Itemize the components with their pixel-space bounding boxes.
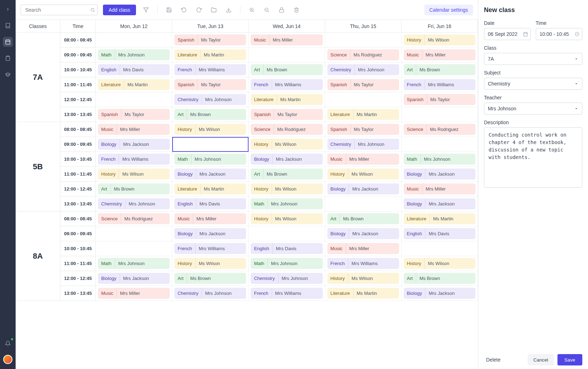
class-pill[interactable]: BiologyMrs Jackson [404,198,475,209]
class-pill[interactable]: FrenchMrs Williams [404,79,475,90]
schedule-slot[interactable]: HistoryMs Wilson [325,167,402,182]
schedule-slot[interactable]: FrenchMrs Williams [402,77,478,92]
schedule-slot[interactable]: LiteratureMs Martin [96,77,172,92]
schedule-slot[interactable]: MathMrs Johnson [402,152,478,167]
class-pill[interactable]: LiteratureMs Martin [174,49,246,60]
class-pill[interactable]: LiteratureMs Martin [327,288,399,299]
schedule-slot[interactable]: BiologyMrs Jackson [325,226,402,241]
schedule-slot[interactable]: ChemistryMrs Johnson [325,137,402,152]
schedule-slot[interactable]: HistoryMs Wilson [172,122,249,137]
lock-icon[interactable] [277,5,287,15]
expand-icon[interactable] [3,4,13,14]
schedule-slot[interactable]: EnglishMrs Davis [172,197,249,211]
class-pill[interactable]: ArtMs Brown [251,64,322,75]
schedule-slot[interactable]: SpanishMs Taylor [96,107,172,122]
schedule-slot[interactable]: ChemistryMrs Johnson [325,62,402,77]
schedule-slot[interactable]: MusicMrs Miller [325,152,402,167]
class-pill[interactable]: ArtMs Brown [174,109,246,120]
class-pill[interactable]: ChemistryMrs Johnson [174,94,246,105]
class-pill[interactable]: BiologyMrs Jackson [404,288,475,299]
schedule-slot[interactable] [325,92,402,107]
class-pill[interactable]: HistoryMs Wilson [98,169,170,180]
class-pill[interactable]: SpanishMs Taylor [251,109,322,120]
schedule-slot[interactable]: MusicMrs Miller [402,48,478,62]
class-pill[interactable]: ArtMs Brown [174,273,246,284]
class-pill[interactable]: ScienceMs Rodriguez [327,49,399,60]
delete-button[interactable]: Delete [484,354,502,365]
class-pill[interactable]: BiologyMrs Jackson [404,169,475,180]
class-pill[interactable]: LiteratureMs Martin [327,109,399,120]
schedule-slot[interactable]: ChemistryMrs Johnson [172,92,249,107]
download-icon[interactable] [224,5,234,15]
schedule-slot[interactable]: HistoryMs Wilson [325,271,402,286]
schedule-slot[interactable]: HistoryMs Wilson [249,182,325,197]
class-pill[interactable]: FrenchMrs Williams [251,288,322,299]
schedule-slot[interactable]: ChemistryMrs Johnson [172,286,249,301]
schedule-slot[interactable] [325,33,402,48]
schedule-slot[interactable]: MusicMrs Miller [249,33,325,48]
schedule-slot[interactable]: ArtMs Brown [325,211,402,226]
schedule-slot[interactable]: HistoryMs Wilson [172,256,249,271]
schedule-slot[interactable]: ChemistryMrs Johnson [249,271,325,286]
schedule-slot[interactable]: LiteratureMs Martin [172,182,249,197]
save-icon[interactable] [164,5,174,15]
class-pill[interactable]: EnglishMrs Davis [98,64,170,75]
schedule-slot[interactable] [249,48,325,62]
cancel-button[interactable]: Cancel [528,354,554,365]
schedule-slot[interactable]: BiologyMrs Jackson [402,286,478,301]
class-pill[interactable]: SpanishMs Taylor [327,124,399,135]
class-pill[interactable]: MusicMrs Miller [98,288,170,299]
class-pill[interactable]: FrenchMrs Williams [174,243,246,254]
schedule-slot[interactable]: HistoryMs Wilson [249,211,325,226]
schedule-slot[interactable]: SpanishMs Taylor [172,33,249,48]
class-pill[interactable]: BiologyMrs Jackson [174,228,246,239]
schedule-slot[interactable]: ArtMs Brown [249,62,325,77]
folder-icon[interactable] [209,5,219,15]
schedule-slot[interactable]: MusicMrs Miller [96,122,172,137]
schedule-slot[interactable]: FrenchMrs Williams [249,286,325,301]
schedule-slot[interactable]: BiologyMrs Jackson [172,167,249,182]
class-pill[interactable]: MusicMrs Miller [404,183,475,194]
avatar[interactable] [3,355,12,364]
schedule-slot[interactable]: BiologyMrs Jackson [96,271,172,286]
schedule-slot[interactable] [402,107,478,122]
class-pill[interactable]: HistoryMs Wilson [174,124,246,135]
class-pill[interactable]: HistoryMs Wilson [174,258,246,269]
class-pill[interactable]: ScienceMs Rodriguez [404,124,475,135]
schedule-slot[interactable]: BiologyMrs Jackson [325,182,402,197]
schedule-slot[interactable]: FrenchMrs Williams [172,241,249,256]
class-pill[interactable]: HistoryMs Wilson [251,139,322,150]
subject-select[interactable]: Chemistry [484,78,582,90]
filter-icon[interactable] [141,5,151,15]
schedule-slot[interactable]: ScienceMs Rodriguez [249,122,325,137]
class-pill[interactable]: ArtMs Brown [98,183,170,194]
schedule-slot[interactable]: MusicMrs Miller [96,286,172,301]
schedule-slot[interactable]: ScienceMs Rodriguez [96,211,172,226]
clipboard-icon[interactable] [3,53,13,63]
class-pill[interactable]: BiologyMrs Jackson [98,139,170,150]
class-pill[interactable]: SpanishMs Taylor [174,79,246,90]
cap-icon[interactable] [3,70,13,79]
schedule-slot[interactable]: SpanishMs Taylor [325,77,402,92]
schedule-slot[interactable] [172,137,249,152]
schedule-slot[interactable]: LiteratureMs Martin [325,107,402,122]
schedule-slot[interactable]: EnglishMrs Davis [249,241,325,256]
calendar-small-icon[interactable] [523,32,528,37]
class-pill[interactable]: HistoryMs Wilson [251,213,322,224]
schedule-slot[interactable] [325,197,402,211]
schedule-slot[interactable]: ScienceMs Rodriguez [325,48,402,62]
schedule-slot[interactable]: MathMrs Johnson [249,197,325,211]
class-pill[interactable]: BiologyMrs Jackson [98,273,170,284]
class-pill[interactable]: ArtMs Brown [404,64,475,75]
clock-icon[interactable] [575,32,579,37]
class-pill[interactable]: ChemistryMrs Johnson [174,288,246,299]
schedule-slot[interactable]: MusicMrs Miller [325,241,402,256]
class-pill[interactable]: SpanishMs Taylor [327,79,399,90]
teacher-select[interactable]: Mrs Johnson [484,103,582,115]
schedule-slot[interactable]: MathMrs Johnson [249,256,325,271]
schedule-slot[interactable]: LiteratureMs Martin [402,211,478,226]
schedule-slot[interactable] [96,226,172,241]
class-pill[interactable]: ChemistryMrs Johnson [251,273,322,284]
class-pill[interactable]: HistoryMs Wilson [404,34,475,45]
class-pill[interactable]: HistoryMs Wilson [251,183,322,194]
